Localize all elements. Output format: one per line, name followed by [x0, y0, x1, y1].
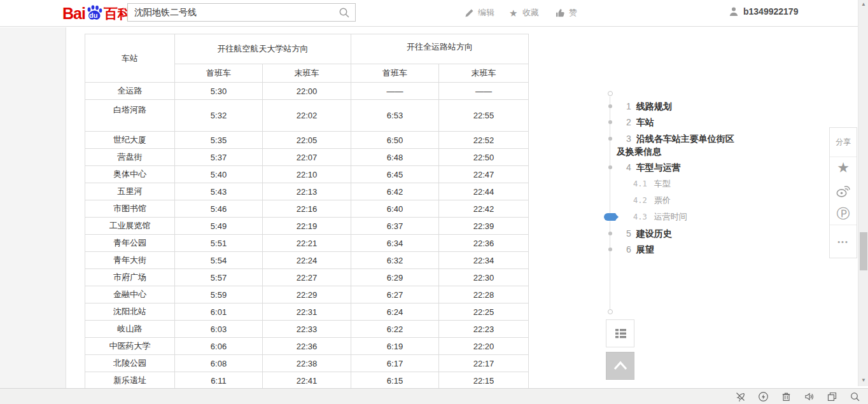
station-name: 白塔河路	[85, 100, 175, 132]
toc-item[interactable]: 3沿线各车站主要单位街区 及换乘信息	[605, 132, 734, 158]
timetable-body: 车站 开往航空航天大学站方向 开往全运路站方向 首班车 末班车 首班车 末班车 …	[85, 34, 529, 389]
d1-last-time: 22:21	[263, 235, 351, 252]
station-name: 青年大街	[85, 252, 175, 269]
d1-first-time: 5:46	[175, 200, 263, 218]
star-icon: ★	[509, 8, 519, 18]
toc-item-label: 展望	[636, 244, 654, 254]
rocket-disabled-icon[interactable]	[735, 391, 746, 402]
flash-icon[interactable]	[758, 391, 769, 402]
d1-last-time: 22:29	[263, 286, 351, 303]
d2-last-time: ——	[439, 83, 529, 100]
d2-first-time: 6:29	[351, 269, 439, 286]
volume-icon[interactable]	[804, 391, 815, 402]
d1-last-time: 22:05	[263, 132, 351, 149]
table-row: 营盘街 5:37 22:07 6:48 22:50	[85, 149, 529, 166]
share-more-button[interactable]: •••	[830, 225, 857, 258]
d1-last-time: 22:36	[263, 338, 351, 355]
scrollbar-thumb[interactable]	[860, 232, 867, 270]
d1-first-time: 5:35	[175, 132, 263, 149]
d2-first-time: 6:40	[351, 200, 439, 218]
toc-item[interactable]: 1线路规划	[605, 100, 672, 113]
table-row: 沈阳北站 6:01 22:31 6:24 22:25	[85, 303, 529, 321]
d1-last-time: 22:33	[263, 321, 351, 338]
d2-last-time: 22:42	[439, 200, 529, 218]
d2-first-time: 6:19	[351, 338, 439, 355]
toc-item[interactable]: 4.3运营时间	[605, 211, 687, 223]
share-label[interactable]: 分享	[830, 128, 857, 157]
scroll-down-arrow-icon[interactable]: ▼	[858, 376, 868, 385]
d2-first-time: 6:53	[351, 100, 439, 132]
d2-last-time: 22:50	[439, 149, 529, 166]
d2-first-time: 6:22	[351, 321, 439, 338]
d1-first-time: 5:51	[175, 235, 263, 252]
toc-toggle-button[interactable]	[606, 319, 634, 347]
d1-first-time: 5:59	[175, 286, 263, 303]
d1-last-time: 22:38	[263, 355, 351, 372]
toc-item[interactable]: 4.2票价	[605, 194, 671, 207]
d2-first-time: 6:45	[351, 166, 439, 183]
p-share-button[interactable]: Ⓟ	[830, 202, 857, 225]
d2-last-time: 22:39	[439, 218, 529, 235]
d2-first-time: 6:37	[351, 218, 439, 235]
d1-first-time: 6:03	[175, 321, 263, 338]
toc-item-number: 6	[626, 243, 631, 256]
d1-last-time: 22:31	[263, 303, 351, 321]
station-name: 工业展览馆	[85, 218, 175, 235]
like-button[interactable]: 赞	[556, 7, 577, 18]
station-name: 五里河	[85, 183, 175, 200]
d1-last-time: 22:07	[263, 149, 351, 166]
d2-last-time: 22:15	[439, 372, 529, 389]
d1-last-time: 22:10	[263, 166, 351, 183]
search-icon[interactable]	[339, 7, 350, 18]
timetable: 车站 开往航空航天大学站方向 开往全运路站方向 首班车 末班车 首班车 末班车 …	[85, 34, 529, 389]
back-to-top-button[interactable]	[606, 352, 634, 380]
table-row: 工业展览馆 5:49 22:19 6:37 22:39	[85, 218, 529, 235]
pencil-icon	[465, 8, 474, 18]
d2-first-time: 6:34	[351, 235, 439, 252]
d2-last-time: 22:34	[439, 252, 529, 269]
table-row: 金融中心 5:59 22:29 6:27 22:28	[85, 286, 529, 303]
catalog-list-icon	[612, 325, 629, 342]
table-row: 新乐遗址 6:11 22:41 6:15 22:15	[85, 372, 529, 389]
qzone-share-button[interactable]: ★	[830, 157, 857, 180]
d1-first-time: 5:30	[175, 83, 263, 100]
trash-icon[interactable]	[781, 391, 792, 402]
toc-item-label: 运营时间	[654, 212, 687, 221]
station-name: 世纪大厦	[85, 132, 175, 149]
search-input[interactable]	[128, 4, 339, 20]
restore-window-icon[interactable]	[827, 391, 837, 402]
d2-last-time: 22:44	[439, 183, 529, 200]
weibo-share-button[interactable]	[830, 179, 857, 202]
d1-first-header: 首班车	[175, 64, 263, 83]
d1-first-time: 5:37	[175, 149, 263, 166]
p-share-icon: Ⓟ	[837, 207, 850, 220]
toc-item-number: 5	[626, 227, 631, 240]
table-row: 奥体中心 5:40 22:10 6:45 22:47	[85, 166, 529, 183]
direction2-header: 开往全运路站方向	[351, 34, 529, 64]
d1-last-time: 22:13	[263, 183, 351, 200]
table-row: 五里河 5:43 22:13 6:42 22:44	[85, 183, 529, 200]
baidu-baike-logo[interactable]: Bai du 百科	[62, 4, 132, 22]
toc-item-label-line2: 及换乘信息	[617, 145, 734, 158]
station-name: 奥体中心	[85, 166, 175, 183]
toc-dot	[608, 247, 612, 251]
d2-last-time: 22:23	[439, 321, 529, 338]
toc-item[interactable]: 4.1车型	[605, 178, 671, 190]
toc-item-number: 3	[626, 132, 631, 145]
d1-first-time: 6:01	[175, 303, 263, 321]
toc-item[interactable]: 5建设历史	[605, 227, 672, 240]
d1-last-time: 22:16	[263, 200, 351, 218]
edit-button[interactable]: 编辑	[465, 7, 494, 18]
scroll-up-arrow-icon[interactable]: ▲	[858, 0, 868, 9]
toc-item-label: 沿线各车站主要单位街区	[636, 134, 734, 144]
d1-first-time: 6:11	[175, 372, 263, 389]
d2-last-time: 22:17	[439, 355, 529, 372]
user-account[interactable]: b1349922179	[729, 6, 798, 17]
table-row: 北陵公园 6:08 22:38 6:17 22:17	[85, 355, 529, 372]
toc-item[interactable]: 4车型与运营	[605, 161, 681, 174]
zoom-search-icon[interactable]	[850, 391, 860, 402]
favorite-button[interactable]: ★ 收藏	[509, 7, 539, 18]
vertical-scrollbar[interactable]: ▲ ▼	[858, 0, 868, 386]
station-name: 青年公园	[85, 235, 175, 252]
table-row: 市图书馆 5:46 22:16 6:40 22:42	[85, 200, 529, 218]
